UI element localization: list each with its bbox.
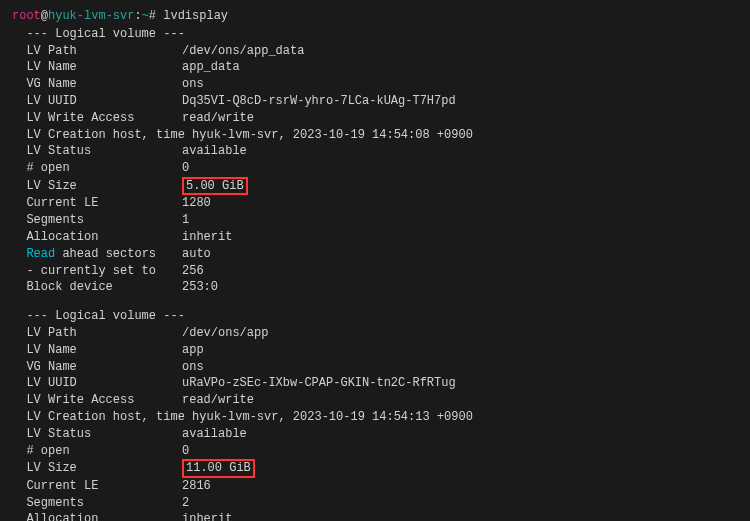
lv-size-label: LV Size	[12, 178, 182, 195]
lv-creation-row: LV Creation host, time hyuk-lvm-svr, 202…	[12, 127, 738, 144]
command-text: lvdisplay	[163, 9, 228, 23]
allocation-value: inherit	[182, 512, 232, 521]
current-le-row: Current LE1280	[12, 195, 738, 212]
lv-size-value-highlight: 11.00 GiB	[182, 459, 255, 477]
allocation-row: Allocationinherit	[12, 511, 738, 521]
read-ahead-row: Read ahead sectorsauto	[12, 246, 738, 263]
vg-name-value: ons	[182, 77, 204, 91]
segments-value: 1	[182, 213, 189, 227]
currently-set-label: - currently set to	[12, 263, 182, 280]
prompt-path: ~	[142, 9, 149, 23]
prompt-symbol: #	[149, 9, 156, 23]
allocation-row: Allocationinherit	[12, 229, 738, 246]
lv-status-value: available	[182, 427, 247, 441]
read-ahead-rest: ahead sectors	[55, 247, 156, 261]
lv-uuid-label: LV UUID	[12, 375, 182, 392]
lv-creation-value: hyuk-lvm-svr, 2023-10-19 14:54:13 +0900	[192, 410, 473, 424]
lv-write-row: LV Write Accessread/write	[12, 392, 738, 409]
vg-name-label: VG Name	[12, 359, 182, 376]
current-le-label: Current LE	[12, 478, 182, 495]
volume-spacer	[12, 296, 738, 308]
lv-path-row: LV Path/dev/ons/app_data	[12, 43, 738, 60]
lv-creation-row: LV Creation host, time hyuk-lvm-svr, 202…	[12, 409, 738, 426]
segments-label: Segments	[12, 495, 182, 512]
lv-write-value: read/write	[182, 111, 254, 125]
lv-path-label: LV Path	[12, 43, 182, 60]
lv-path-label: LV Path	[12, 325, 182, 342]
prompt-at: @	[41, 9, 48, 23]
lv-uuid-label: LV UUID	[12, 93, 182, 110]
lv-open-row: # open0	[12, 160, 738, 177]
lv-header: --- Logical volume ---	[12, 308, 738, 325]
lv-open-value: 0	[182, 161, 189, 175]
read-keyword: Read	[12, 247, 55, 261]
lv-path-value: /dev/ons/app	[182, 326, 268, 340]
lv-status-value: available	[182, 144, 247, 158]
prompt-host: hyuk-lvm-svr	[48, 9, 134, 23]
block-device-row: Block device253:0	[12, 279, 738, 296]
current-le-row: Current LE2816	[12, 478, 738, 495]
lv-name-value: app	[182, 343, 204, 357]
read-ahead-value: auto	[182, 247, 211, 261]
vg-name-row: VG Nameons	[12, 76, 738, 93]
vg-name-row: VG Nameons	[12, 359, 738, 376]
lv-size-value: 11.00 GiB	[186, 461, 251, 475]
lv-open-row: # open0	[12, 443, 738, 460]
block-device-value: 253:0	[182, 280, 218, 294]
currently-set-row: - currently set to256	[12, 263, 738, 280]
segments-row: Segments2	[12, 495, 738, 512]
lv-open-label: # open	[12, 443, 182, 460]
lv-write-value: read/write	[182, 393, 254, 407]
lv-path-value: /dev/ons/app_data	[182, 44, 304, 58]
lv-uuid-value: Dq35VI-Q8cD-rsrW-yhro-7LCa-kUAg-T7H7pd	[182, 94, 456, 108]
vg-name-value: ons	[182, 360, 204, 374]
prompt-user: root	[12, 9, 41, 23]
lv-name-value: app_data	[182, 60, 240, 74]
lv-uuid-row: LV UUIDuRaVPo-zSEc-IXbw-CPAP-GKIN-tn2C-R…	[12, 375, 738, 392]
lv-creation-label: LV Creation host, time	[12, 128, 192, 142]
lv-creation-value: hyuk-lvm-svr, 2023-10-19 14:54:08 +0900	[192, 128, 473, 142]
allocation-value: inherit	[182, 230, 232, 244]
lv-uuid-row: LV UUIDDq35VI-Q8cD-rsrW-yhro-7LCa-kUAg-T…	[12, 93, 738, 110]
lv-size-row: LV Size5.00 GiB	[12, 177, 738, 195]
current-le-value: 1280	[182, 196, 211, 210]
lv-name-row: LV Nameapp_data	[12, 59, 738, 76]
prompt-colon: :	[134, 9, 141, 23]
lv-size-label: LV Size	[12, 460, 182, 477]
lv-path-row: LV Path/dev/ons/app	[12, 325, 738, 342]
vg-name-label: VG Name	[12, 76, 182, 93]
allocation-label: Allocation	[12, 511, 182, 521]
lv-size-value-highlight: 5.00 GiB	[182, 177, 248, 195]
lv-size-value: 5.00 GiB	[186, 179, 244, 193]
segments-value: 2	[182, 496, 189, 510]
lv-open-value: 0	[182, 444, 189, 458]
lv-status-label: LV Status	[12, 143, 182, 160]
shell-prompt[interactable]: root@hyuk-lvm-svr:~# lvdisplay	[12, 8, 738, 25]
lv-name-label: LV Name	[12, 342, 182, 359]
lv-write-label: LV Write Access	[12, 110, 182, 127]
read-ahead-label: Read ahead sectors	[12, 246, 182, 263]
lv-uuid-value: uRaVPo-zSEc-IXbw-CPAP-GKIN-tn2C-RfRTug	[182, 376, 456, 390]
lv-header: --- Logical volume ---	[12, 26, 738, 43]
segments-label: Segments	[12, 212, 182, 229]
allocation-label: Allocation	[12, 229, 182, 246]
lv-creation-label: LV Creation host, time	[12, 410, 192, 424]
lv-size-row: LV Size11.00 GiB	[12, 459, 738, 477]
lv-status-label: LV Status	[12, 426, 182, 443]
lv-name-label: LV Name	[12, 59, 182, 76]
block-device-label: Block device	[12, 279, 182, 296]
segments-row: Segments1	[12, 212, 738, 229]
lv-open-label: # open	[12, 160, 182, 177]
lv-write-row: LV Write Accessread/write	[12, 110, 738, 127]
lv-status-row: LV Statusavailable	[12, 426, 738, 443]
lv-name-row: LV Nameapp	[12, 342, 738, 359]
current-le-value: 2816	[182, 479, 211, 493]
lv-write-label: LV Write Access	[12, 392, 182, 409]
currently-set-value: 256	[182, 264, 204, 278]
current-le-label: Current LE	[12, 195, 182, 212]
lv-status-row: LV Statusavailable	[12, 143, 738, 160]
